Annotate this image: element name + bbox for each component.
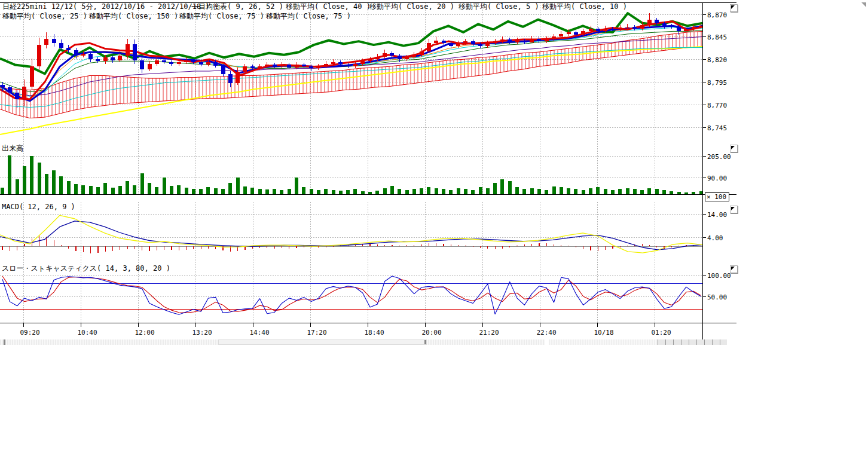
- x-axis-label: 20:00: [421, 329, 441, 336]
- legend-ma25: 移動平均( Close, 25 ): [2, 11, 87, 22]
- y-axis-label: 8,795: [707, 79, 727, 87]
- y-axis-label: 90.00: [707, 175, 727, 182]
- legend-ma5: 移動平均( Close, 5 ): [459, 2, 539, 12]
- y-axis-label: 205.00: [707, 153, 731, 161]
- x-axis-label: 22:40: [536, 329, 556, 336]
- volume-pane-label: 出来高: [2, 143, 23, 154]
- scrollbar-segments[interactable]: [658, 339, 727, 345]
- y-axis-label: 50.00: [707, 293, 727, 301]
- y-axis-label: 8,845: [707, 33, 727, 41]
- x-axis-label: 13:20: [192, 329, 212, 336]
- x-axis-label: 12:00: [135, 329, 154, 336]
- x-axis-label: 18:40: [364, 329, 384, 336]
- window-corner-resize-icon[interactable]: [861, 2, 866, 7]
- scrollbar-thumb-handle[interactable]: [424, 340, 426, 344]
- x-axis-label: 14:40: [249, 329, 269, 336]
- x-axis-label: 17:20: [307, 329, 326, 336]
- volume-pane-collapse-button[interactable]: [730, 145, 738, 152]
- y-axis-label: 8,745: [707, 124, 727, 132]
- macd-signal-line: [0, 221, 702, 250]
- macd-pane-label: MACD( 12, 26, 9 ): [2, 203, 75, 211]
- y-axis-label: 8,870: [707, 11, 727, 19]
- y-axis-label: 14.00: [707, 211, 727, 219]
- scrollbar-thumb[interactable]: [218, 339, 427, 345]
- x-axis-label: 10/18: [594, 329, 613, 336]
- y-axis-label: 8,820: [707, 56, 727, 64]
- volume-multiplier-badge: × 100: [705, 192, 729, 201]
- x-axis-label: 09:20: [20, 329, 39, 336]
- chart-application-window: 8,8708,8458,8208,7958,7708,745205.0090.0…: [0, 0, 868, 459]
- x-axis-label: 21:20: [479, 329, 499, 336]
- y-axis-label: 4.00: [707, 234, 723, 242]
- chart-canvas[interactable]: 8,8708,8458,8208,7958,7708,745205.0090.0…: [0, 0, 741, 347]
- legend-symbol: 日経225mini 12/12( 5分, 2012/10/16 - 2012/1…: [2, 2, 210, 12]
- price-pane-collapse-button[interactable]: [730, 4, 738, 12]
- y-axis-label: 100.00: [707, 272, 731, 280]
- x-axis-label: 01:20: [651, 329, 671, 336]
- collapse-arrow-icon: [731, 5, 735, 9]
- legend-ma40: 移動平均( Close, 40 ): [286, 2, 371, 12]
- collapse-arrow-icon: [731, 267, 735, 270]
- legend-ma10: 移動平均( Close, 10 ): [542, 2, 627, 12]
- legend-ichimoku: 一目均衡表( 9, 26, 52 ): [191, 2, 283, 12]
- macd-pane-collapse-button[interactable]: [730, 206, 738, 213]
- stoch-k-line: [2, 276, 701, 314]
- stoch-pane-collapse-button[interactable]: [730, 265, 738, 273]
- collapse-arrow-icon: [731, 207, 735, 210]
- x-axis-label: 10:40: [77, 329, 97, 336]
- stoch-pane-label: スロー・ストキャスティクス( 14, 3, 80, 20 ): [2, 264, 170, 274]
- scrollbar-left-nub[interactable]: [4, 339, 5, 345]
- legend-ma75-2: 移動平均( Close, 75 ): [266, 11, 351, 22]
- legend-ma150: 移動平均( Close, 150 ): [89, 11, 178, 22]
- legend-ma20: 移動平均( Close, 20 ): [369, 2, 454, 12]
- y-axis-label: 8,770: [707, 102, 727, 109]
- legend-ma75: 移動平均( Close, 75 ): [179, 11, 264, 22]
- ichimoku-cloud: [0, 31, 702, 118]
- collapse-arrow-icon: [731, 146, 735, 149]
